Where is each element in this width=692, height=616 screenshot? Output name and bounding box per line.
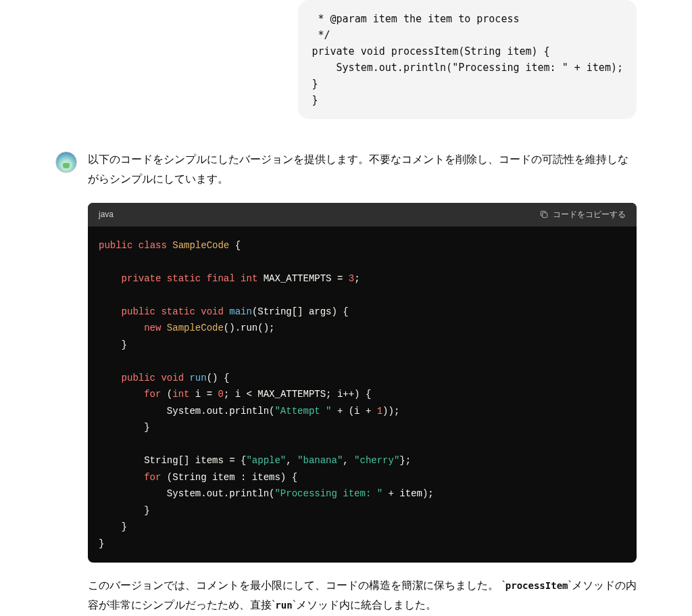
user-code-bubble: * @param item the item to process */ pri… bbox=[298, 0, 637, 119]
svg-rect-0 bbox=[543, 213, 547, 218]
copy-code-label: コードをコピーする bbox=[553, 209, 626, 220]
copy-code-button[interactable]: コードをコピーする bbox=[539, 209, 626, 220]
copy-icon bbox=[539, 210, 549, 219]
explain-part-1: このバージョンでは、コメントを最小限にして、コードの構造を簡潔に保ちました。 bbox=[88, 579, 499, 591]
inline-code-processitem: processItem bbox=[505, 580, 568, 591]
code-language-label: java bbox=[99, 208, 114, 221]
code-header: java コードをコピーする bbox=[88, 203, 637, 227]
assistant-message: 以下のコードをシンプルにしたバージョンを提供します。不要なコメントを削除し、コー… bbox=[55, 141, 637, 615]
assistant-avatar bbox=[55, 151, 77, 173]
code-body[interactable]: public class SampleCode { private static… bbox=[88, 227, 637, 563]
inline-code-run: run bbox=[275, 600, 292, 611]
user-message: * @param item the item to process */ pri… bbox=[55, 0, 637, 119]
code-block: java コードをコピーする public class SampleCode {… bbox=[88, 203, 637, 563]
explain-part-3: メソッド内に統合しました。 bbox=[296, 599, 437, 611]
assistant-explanation: このバージョンでは、コメントを最小限にして、コードの構造を簡潔に保ちました。 `… bbox=[88, 576, 637, 615]
assistant-intro-text: 以下のコードをシンプルにしたバージョンを提供します。不要なコメントを削除し、コー… bbox=[88, 150, 637, 189]
